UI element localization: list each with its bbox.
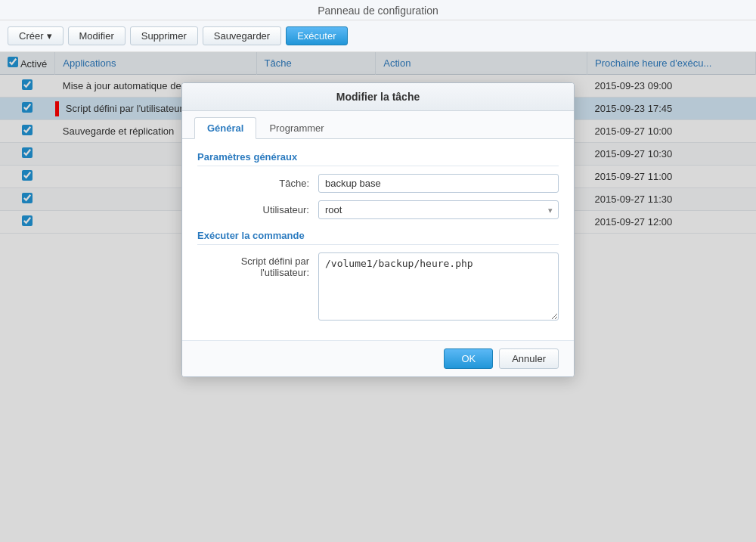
create-button[interactable]: Créer ▾ xyxy=(8,26,64,45)
user-label: Utilisateur: xyxy=(197,204,318,215)
task-input[interactable] xyxy=(318,174,559,193)
user-select-wrapper: root admin guest ▾ xyxy=(318,200,559,219)
ok-label: OK xyxy=(461,353,476,364)
ok-button[interactable]: OK xyxy=(444,348,493,369)
tab-schedule-label: Programmer xyxy=(269,122,324,134)
modal-footer: OK Annuler xyxy=(182,340,574,376)
tab-general[interactable]: Général xyxy=(194,117,256,139)
run-label: Exécuter xyxy=(297,30,336,42)
panel-title-text: Panneau de configuration xyxy=(318,5,438,17)
run-button[interactable]: Exécuter xyxy=(286,26,347,45)
cancel-label: Annuler xyxy=(512,353,546,364)
general-params-section-title: Paramètres généraux xyxy=(197,151,559,166)
modify-button[interactable]: Modifier xyxy=(68,26,125,45)
main-panel: Panneau de configuration Créer ▾ Modifie… xyxy=(0,0,756,542)
table-area: Activé Applications Tâche Action Prochai… xyxy=(0,52,756,542)
command-section-title: Exécuter la commande xyxy=(197,230,559,245)
toolbar: Créer ▾ Modifier Supprimer Sauvegarder E… xyxy=(0,20,756,52)
modal-overlay: Modifier la tâche Général Programmer Par… xyxy=(0,52,756,542)
task-label: Tâche: xyxy=(197,178,318,189)
panel-title: Panneau de configuration xyxy=(0,0,756,20)
modal-tabs: Général Programmer xyxy=(182,111,574,139)
create-label: Créer xyxy=(19,30,44,42)
script-field-row: Script défini par l'utilisateur: /volume… xyxy=(197,252,559,321)
edit-task-modal: Modifier la tâche Général Programmer Par… xyxy=(181,82,575,377)
modal-title: Modifier la tâche xyxy=(336,91,420,103)
create-arrow-icon: ▾ xyxy=(47,30,52,42)
user-field-row: Utilisateur: root admin guest ▾ xyxy=(197,200,559,219)
script-label: Script défini par l'utilisateur: xyxy=(197,252,318,278)
tab-general-label: Général xyxy=(207,122,243,134)
user-select[interactable]: root admin guest xyxy=(318,200,559,219)
cancel-button[interactable]: Annuler xyxy=(499,348,559,369)
command-section: Exécuter la commande Script défini par l… xyxy=(197,230,559,321)
save-label: Sauvegarder xyxy=(214,30,270,42)
delete-label: Supprimer xyxy=(141,30,187,42)
delete-button[interactable]: Supprimer xyxy=(130,26,198,45)
modal-header: Modifier la tâche xyxy=(182,83,574,111)
modal-body: Paramètres généraux Tâche: Utilisateur: … xyxy=(182,139,574,340)
script-textarea[interactable]: /volume1/backup/heure.php xyxy=(318,252,559,321)
task-field-row: Tâche: xyxy=(197,174,559,193)
tab-schedule[interactable]: Programmer xyxy=(256,117,336,139)
modify-label: Modifier xyxy=(79,30,114,42)
save-button[interactable]: Sauvegarder xyxy=(203,26,281,45)
